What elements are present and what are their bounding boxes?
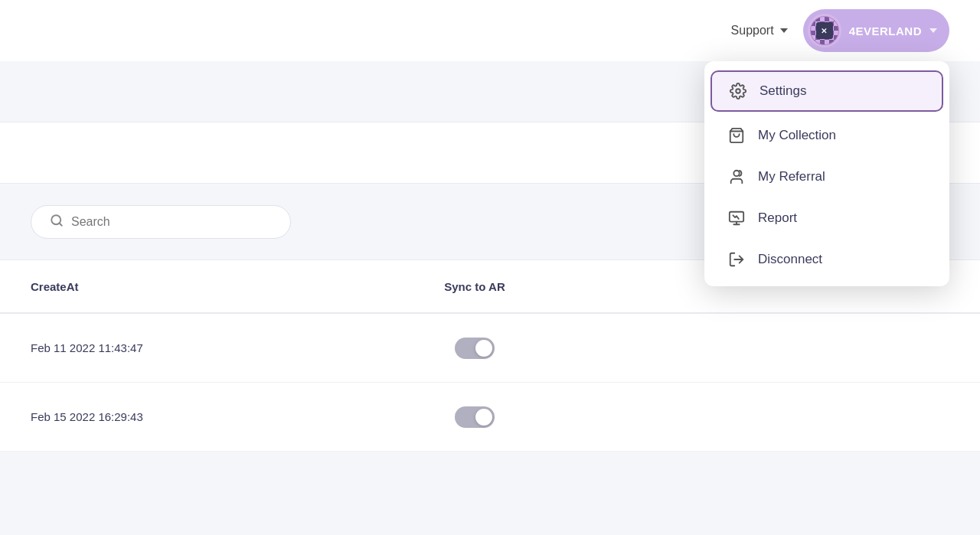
menu-referral-label: My Referral (758, 169, 825, 184)
menu-item-disconnect[interactable]: Disconnect (704, 239, 949, 280)
menu-settings-label: Settings (760, 83, 806, 99)
svg-point-2 (733, 171, 739, 176)
toggle-thumb-1 (475, 340, 492, 357)
svg-point-0 (736, 89, 740, 93)
support-button[interactable]: Support (731, 24, 788, 38)
user-menu-button[interactable]: ✕ 4EVERLAND (803, 9, 949, 52)
topbar: Support ✕ 4EVERLAND (0, 0, 980, 61)
search-input[interactable] (71, 215, 272, 229)
col-header-createdat: CreateAt (31, 280, 398, 293)
menu-item-settings[interactable]: Settings (710, 70, 943, 112)
user-dropdown-menu: Settings My Collection My Referral (704, 61, 949, 286)
search-icon (50, 214, 64, 230)
avatar-logo-text: ✕ (821, 27, 828, 35)
avatar-pattern: ✕ (811, 17, 838, 44)
svg-line-6 (59, 223, 61, 225)
toggle-switch-1[interactable] (455, 338, 495, 359)
table-row: Feb 11 2022 11:43:47 (0, 314, 980, 383)
report-icon (726, 210, 747, 227)
user-chevron-icon (929, 28, 937, 33)
search-input-wrap[interactable] (31, 205, 291, 239)
settings-icon (727, 83, 749, 99)
menu-disconnect-label: Disconnect (758, 252, 822, 267)
support-label: Support (731, 24, 774, 38)
avatar: ✕ (808, 14, 841, 47)
col-header-sync: Sync to AR (398, 280, 551, 293)
cell-toggle-2 (398, 406, 551, 428)
referral-icon (726, 168, 747, 185)
collection-icon (726, 127, 747, 144)
menu-item-referral[interactable]: My Referral (704, 156, 949, 197)
disconnect-icon (726, 251, 747, 268)
cell-date-1: Feb 11 2022 11:43:47 (31, 341, 398, 354)
support-chevron-icon (780, 28, 788, 33)
cell-date-2: Feb 15 2022 16:29:43 (31, 410, 398, 423)
table-row: Feb 15 2022 16:29:43 (0, 383, 980, 452)
menu-collection-label: My Collection (758, 128, 836, 143)
username-label: 4EVERLAND (849, 24, 922, 38)
menu-report-label: Report (758, 210, 797, 226)
avatar-logo: ✕ (816, 22, 833, 39)
toggle-switch-2[interactable] (455, 406, 495, 428)
menu-item-collection[interactable]: My Collection (704, 115, 949, 156)
toggle-thumb-2 (475, 409, 492, 426)
menu-item-report[interactable]: Report (704, 197, 949, 239)
cell-toggle-1 (398, 338, 551, 359)
